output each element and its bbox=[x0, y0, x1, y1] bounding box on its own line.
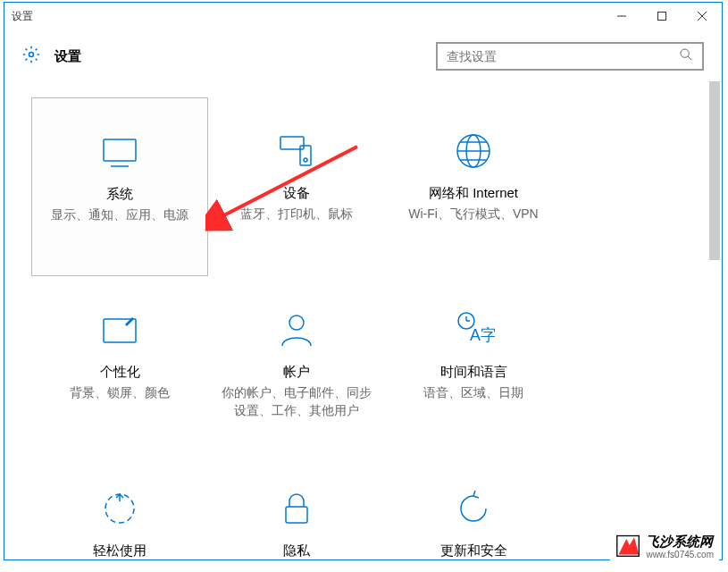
tile-personalization[interactable]: 个性化 背景、锁屏、颜色 bbox=[31, 276, 208, 455]
time-language-icon: A字 bbox=[452, 303, 495, 357]
svg-point-21 bbox=[289, 315, 304, 330]
tile-title: 更新和安全 bbox=[440, 543, 507, 559]
tile-title: 隐私 bbox=[283, 543, 310, 559]
content: 系统 显示、通知、应用、电源 设备 蓝牙、打印机、鼠标 网络和 Internet… bbox=[4, 80, 722, 562]
tile-title: 轻松使用 bbox=[93, 543, 146, 559]
watermark-logo-icon bbox=[615, 533, 640, 561]
update-icon bbox=[452, 482, 495, 535]
scrollbar-thumb[interactable] bbox=[709, 81, 720, 260]
watermark-url: www.fs0745.com bbox=[646, 550, 714, 559]
tile-title: 帐户 bbox=[283, 364, 310, 381]
svg-text:A字: A字 bbox=[470, 326, 495, 344]
tile-accounts[interactable]: 帐户 你的帐户、电子邮件、同步设置、工作、其他用户 bbox=[208, 276, 385, 455]
tile-privacy[interactable]: 隐私 bbox=[208, 455, 385, 562]
svg-line-6 bbox=[688, 56, 691, 60]
minimize-button[interactable] bbox=[601, 3, 641, 29]
tile-system[interactable]: 系统 显示、通知、应用、电源 bbox=[31, 97, 208, 276]
tile-update-security[interactable]: 更新和安全 bbox=[385, 455, 562, 562]
svg-rect-27 bbox=[286, 507, 307, 523]
tile-desc: 你的帐户、电子邮件、同步设置、工作、其他用户 bbox=[208, 384, 385, 419]
tile-time-language[interactable]: A字 时间和语言 语音、区域、日期 bbox=[385, 276, 562, 455]
titlebar: 设置 bbox=[4, 3, 722, 29]
tile-ease-of-access[interactable]: 轻松使用 bbox=[31, 455, 208, 562]
maximize-button[interactable] bbox=[641, 3, 682, 29]
svg-point-12 bbox=[304, 158, 307, 162]
watermark: 飞沙系统网 www.fs0745.com bbox=[610, 529, 719, 565]
watermark-title: 飞沙系统网 bbox=[646, 534, 714, 550]
svg-point-4 bbox=[29, 53, 34, 57]
tiles-grid: 系统 显示、通知、应用、电源 设备 蓝牙、打印机、鼠标 网络和 Internet… bbox=[4, 80, 722, 562]
tile-title: 设备 bbox=[283, 185, 310, 202]
tile-desc: 背景、锁屏、颜色 bbox=[59, 384, 180, 402]
svg-point-5 bbox=[681, 49, 689, 57]
globe-icon bbox=[452, 124, 495, 178]
svg-rect-20 bbox=[104, 319, 136, 342]
search-icon bbox=[679, 47, 693, 65]
personalize-icon bbox=[98, 303, 141, 357]
scrollbar[interactable] bbox=[707, 80, 722, 562]
search-box[interactable] bbox=[436, 42, 704, 71]
tile-desc: 蓝牙、打印机、鼠标 bbox=[230, 206, 364, 223]
tile-desc: Wi-Fi、飞行模式、VPN bbox=[397, 206, 548, 223]
page-title: 设置 bbox=[54, 48, 81, 65]
tile-title: 网络和 Internet bbox=[429, 185, 518, 202]
devices-icon bbox=[275, 124, 318, 178]
tile-network[interactable]: 网络和 Internet Wi-Fi、飞行模式、VPN bbox=[385, 97, 562, 276]
lock-icon bbox=[275, 482, 318, 535]
header: 设置 bbox=[4, 29, 722, 80]
person-icon bbox=[275, 303, 318, 357]
display-icon bbox=[98, 125, 141, 179]
settings-window: 设置 设置 系统 显示、通知、应用、电源 bbox=[4, 2, 723, 560]
tile-title: 时间和语言 bbox=[440, 364, 507, 381]
tile-title: 系统 bbox=[106, 186, 133, 203]
window-controls bbox=[601, 3, 722, 29]
tile-devices[interactable]: 设备 蓝牙、打印机、鼠标 bbox=[208, 97, 385, 276]
tile-desc: 显示、通知、应用、电源 bbox=[40, 206, 199, 224]
gear-icon bbox=[22, 46, 40, 67]
svg-rect-1 bbox=[657, 13, 665, 21]
close-button[interactable] bbox=[682, 3, 722, 29]
ease-icon bbox=[98, 482, 141, 535]
window-title: 设置 bbox=[12, 9, 33, 24]
tile-title: 个性化 bbox=[100, 364, 140, 381]
search-input[interactable] bbox=[447, 49, 679, 63]
svg-rect-8 bbox=[104, 139, 136, 161]
tile-desc: 语音、区域、日期 bbox=[413, 384, 534, 402]
